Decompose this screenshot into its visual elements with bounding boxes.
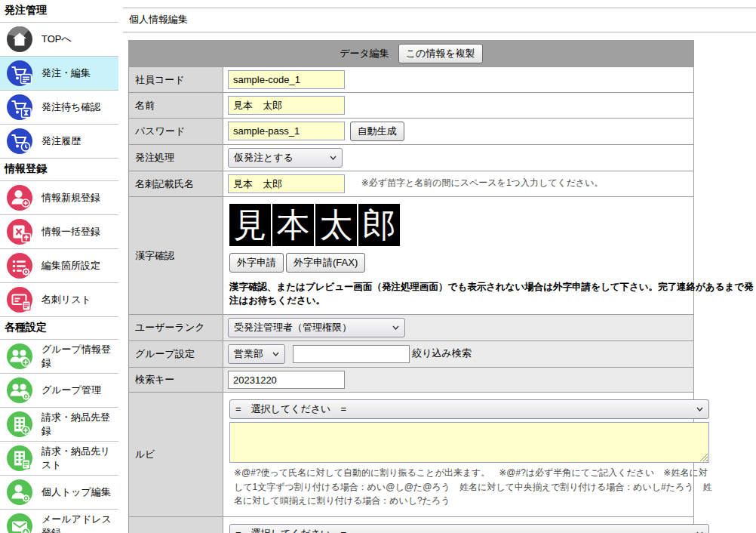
cart-history-icon: [6, 128, 33, 155]
group-setting-row: グループ設定 営業部 絞り込み検索: [129, 341, 694, 368]
sidebar-item-billing-list[interactable]: 請求・納品先リスト: [0, 442, 118, 476]
gaiji-request-fax-button[interactable]: 外字申請(FAX): [286, 253, 365, 273]
sidebar-item-order-pending[interactable]: 発注待ち確認: [0, 91, 118, 125]
sidebar-item-label: グループ管理: [41, 384, 101, 397]
password-row: パスワード 自動生成: [129, 119, 694, 145]
ruby-label: ルビ: [129, 393, 223, 517]
name-row: 名前: [129, 93, 694, 119]
chevron-down-icon: [330, 156, 337, 160]
search-key-label: 検索キー: [129, 368, 223, 393]
password-label: パスワード: [129, 119, 223, 145]
cart-edit-icon: [6, 60, 33, 87]
sidebar-item-label: 請求・納品先登録: [41, 411, 115, 438]
password-input[interactable]: [228, 122, 345, 140]
sidebar-item-card-list[interactable]: 名刺リスト: [0, 283, 118, 317]
kanji-glyph: 郎: [358, 204, 400, 246]
sidebar-item-edit-settings[interactable]: 編集箇所設定: [0, 249, 118, 283]
user-rank-select[interactable]: 受発注管理者（管理権限）: [228, 318, 405, 337]
building-add-icon: [6, 411, 33, 438]
sidebar-item-label: 情報一括登録: [41, 225, 100, 239]
group-select[interactable]: 営業部: [228, 344, 285, 364]
sidebar-item-label: 編集箇所設定: [41, 259, 100, 273]
sidebar-item-order-edit[interactable]: 発注・編集: [0, 57, 118, 91]
kanji-check-row: 漢字確認 見 本 太 郎 外字申請 外字申請(FAX) 漢字確認、またはプレビュ…: [129, 197, 694, 315]
sidebar-item-label: メールアドレス登録: [41, 513, 115, 533]
ruby-textarea[interactable]: [229, 422, 709, 463]
kanji-preview: 見 本 太 郎: [229, 204, 687, 246]
cart-wait-icon: [6, 94, 33, 121]
chevron-down-icon: [272, 352, 279, 356]
form-header-row: データ編集 この情報を複製: [129, 41, 694, 67]
sidebar-item-info-bulk[interactable]: 情報一括登録: [0, 215, 118, 249]
page-title: 個人情報編集: [123, 8, 756, 32]
kanji-glyph: 太: [315, 204, 357, 246]
ruby-select[interactable]: = 選択してください =: [229, 399, 709, 419]
group-filter-input[interactable]: [293, 345, 410, 363]
sidebar-item-label: 請求・納品先リスト: [41, 445, 115, 472]
sidebar-item-label: 発注・編集: [41, 66, 91, 80]
search-key-row: 検索キー: [129, 368, 694, 393]
chevron-down-icon: [392, 325, 399, 330]
kanji-check-label: 漢字確認: [129, 197, 223, 315]
employee-code-row: 社員コード: [129, 67, 694, 93]
mail-add-icon: [6, 513, 33, 533]
sidebar-item-info-new[interactable]: 情報新規登録: [0, 181, 118, 215]
list-gear-icon: [6, 252, 33, 279]
order-process-selected: 仮発注とする: [234, 151, 293, 165]
sidebar-item-personal-top[interactable]: 個人トップ編集: [0, 476, 118, 510]
ruby-note: ※@#?使って氏名に対して自動的に割り振ることが出来ます。 ※@#?は必ず半角に…: [229, 463, 712, 510]
order-process-label: 発注処理: [129, 145, 223, 171]
person-gear-icon: [6, 479, 33, 506]
auto-generate-button[interactable]: 自動生成: [350, 122, 404, 141]
department-select[interactable]: = 選択してください =: [229, 524, 709, 533]
building-list-icon: [6, 445, 33, 472]
chevron-down-icon: [696, 407, 703, 411]
ruby-row: ルビ = 選択してください = ※@#?使って氏名に対して自動的に割り振ることが…: [129, 393, 694, 517]
sidebar-item-label: 発注待ち確認: [41, 100, 100, 114]
name-input[interactable]: [228, 96, 345, 115]
sidebar-item-group-manage[interactable]: グループ管理: [0, 374, 118, 408]
sidebar-item-mail-register[interactable]: メールアドレス登録: [0, 510, 118, 533]
group-setting-label: グループ設定: [129, 341, 223, 368]
sidebar-item-order-history[interactable]: 発注履歴: [0, 125, 118, 159]
sidebar-item-label: TOPへ: [41, 32, 72, 46]
sidebar-item-label: 情報新規登録: [41, 191, 100, 205]
card-name-row: 名刺記載氏名 ※必ず苗字と名前の間にスペースを1つ入力してください。: [129, 171, 694, 197]
sidebar-item-label: グループ情報登録: [41, 343, 115, 370]
sidebar-item-billing-register[interactable]: 請求・納品先登録: [0, 408, 118, 442]
order-process-select[interactable]: 仮発注とする: [228, 148, 343, 168]
group-filter-label: 絞り込み検索: [412, 348, 472, 359]
sidebar-section-order: 発注管理: [0, 0, 118, 23]
main-content: 個人情報編集 データ編集 この情報を複製 社員コード 名前 パスワード 自動生成: [123, 0, 756, 533]
excel-upload-icon: [6, 218, 33, 245]
sidebar-item-label: 個人トップ編集: [41, 485, 111, 499]
group-gear-icon: [6, 377, 33, 404]
card-name-input[interactable]: [228, 174, 345, 193]
sidebar-item-label: 名刺リスト: [41, 293, 91, 307]
sidebar-item-top[interactable]: TOPへ: [0, 23, 118, 57]
order-process-row: 発注処理 仮発注とする: [129, 145, 694, 171]
employee-code-input[interactable]: [228, 70, 345, 89]
sidebar-section-register: 情報登録: [0, 159, 118, 181]
group-selected: 営業部: [234, 347, 263, 361]
data-edit-label: データ編集: [340, 47, 389, 60]
sidebar-item-group-register[interactable]: グループ情報登録: [0, 340, 118, 374]
card-list-icon: [6, 286, 33, 313]
ruby-selected: = 選択してください =: [235, 402, 346, 416]
group-add-icon: [6, 343, 33, 370]
sidebar-section-settings: 各種設定: [0, 317, 118, 340]
department-label: 部署・役職1: [129, 517, 223, 533]
home-icon: [6, 26, 33, 53]
department-row: 部署・役職1 = 選択してください = ○○部: [129, 517, 694, 533]
user-rank-row: ユーザーランク 受発注管理者（管理権限）: [129, 315, 694, 341]
person-add-icon: [6, 184, 33, 211]
user-rank-label: ユーザーランク: [129, 315, 223, 341]
kanji-check-note: 漢字確認、またはプレビュー画面（発注処理画面）でも表示されない場合は外字申請をし…: [229, 280, 756, 307]
page-title-bar: 個人情報編集: [123, 8, 756, 32]
duplicate-info-button[interactable]: この情報を複製: [398, 44, 483, 63]
gaiji-request-button[interactable]: 外字申請: [229, 253, 284, 273]
search-key-input[interactable]: [228, 371, 345, 389]
department-selected: = 選択してください =: [235, 527, 346, 533]
sidebar: 発注管理 TOPへ 発注・編集 発注待ち確認: [0, 0, 118, 533]
sidebar-item-label: 発注履歴: [41, 134, 81, 148]
